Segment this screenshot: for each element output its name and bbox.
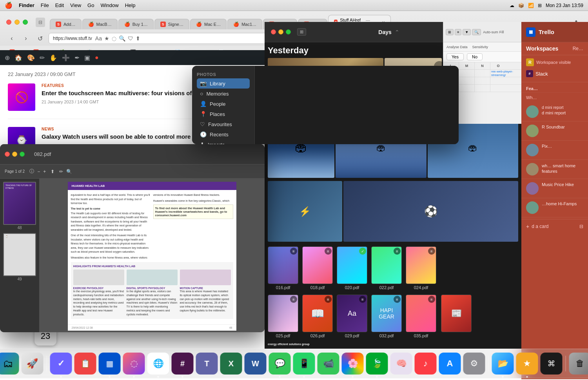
menubar-view[interactable]: View xyxy=(70,2,81,8)
menubar-help[interactable]: Help xyxy=(125,2,136,8)
dock-arc[interactable]: ◌ xyxy=(123,353,145,375)
analyze-btn-label[interactable]: Analyse Data xyxy=(446,45,468,49)
reload-button[interactable]: ↺ xyxy=(34,33,45,44)
pdf-thumb-49[interactable]: ⌚ 49 xyxy=(3,233,36,281)
workspace-name-row[interactable]: R Workspace visible xyxy=(526,58,583,66)
menubar-file[interactable]: File xyxy=(41,2,49,8)
dock-excel[interactable]: X xyxy=(220,353,242,375)
toolbar-btn-format[interactable]: ≡ xyxy=(455,29,461,35)
tab-5[interactable]: 🍎 Mac E… xyxy=(190,19,227,29)
ss-cell-m3[interactable] xyxy=(459,85,475,92)
pdf-item-025[interactable]: ≡ 025.pdf xyxy=(268,295,298,338)
dock-slack[interactable]: # xyxy=(172,353,194,375)
pdf-maximize-button[interactable] xyxy=(20,152,25,157)
photos-sidebar-people[interactable]: 👤 People xyxy=(197,99,250,109)
photos-sidebar-memories[interactable]: ○ Memories xyxy=(197,89,250,99)
pdf-item-018[interactable]: ≡ 018.pdf xyxy=(302,246,333,290)
bookmark-icon[interactable]: ★ xyxy=(104,35,109,42)
close-button[interactable] xyxy=(6,20,11,25)
dock-music[interactable]: ♪ xyxy=(415,353,437,375)
forward-button[interactable]: › xyxy=(20,33,31,44)
ss-cell-m2[interactable] xyxy=(459,77,475,84)
dock-appstore[interactable]: A xyxy=(439,353,461,375)
dock-photos[interactable]: 🌸 xyxy=(342,353,364,375)
pdf-item-029[interactable]: Aa ≡ 029.pdf xyxy=(337,295,367,338)
ss-cell-m1[interactable] xyxy=(459,70,475,77)
pdf-search-icon[interactable]: 🔍 xyxy=(66,169,72,174)
pdf-item-022[interactable]: ≡ 022.pdf xyxy=(371,246,402,290)
toolbar-btn-1[interactable]: ⊞ xyxy=(446,29,454,35)
wp-pencil-icon[interactable]: ✏ xyxy=(40,54,45,62)
trello-list-item-6[interactable]: …home Hi-Famps xyxy=(521,198,588,217)
tab-2[interactable]: 🍎 MacB… xyxy=(82,19,118,29)
photos-sidebar-library[interactable]: 📷 Library xyxy=(197,78,250,89)
wp-red-dot[interactable]: ● xyxy=(95,54,99,61)
dock-finder[interactable]: 🗂 xyxy=(0,353,19,375)
back-button[interactable]: ‹ xyxy=(6,33,17,44)
trello-list-item-5[interactable]: Music Price Hike xyxy=(521,179,588,198)
toolbar-btn-filter[interactable]: ▼ xyxy=(463,29,471,35)
maximize-button[interactable] xyxy=(23,20,28,25)
photos-grid-close[interactable] xyxy=(271,29,276,34)
arc-icon[interactable]: ◌ xyxy=(112,35,116,42)
ss-cell-n3[interactable] xyxy=(475,85,490,92)
wp-plus-icon[interactable]: ➕ xyxy=(62,54,70,62)
menubar-go[interactable]: Go xyxy=(87,2,94,8)
menubar-edit[interactable]: Edit xyxy=(55,2,64,8)
dock-launchpad[interactable]: 🚀 xyxy=(22,353,44,375)
dock-reeder[interactable]: ★ xyxy=(516,353,538,375)
wp-logo-icon[interactable]: ⊕ xyxy=(5,54,10,62)
pdf-markup-icon[interactable]: ✏ xyxy=(59,169,63,174)
dock-todo[interactable]: ✓ xyxy=(50,353,72,375)
minimize-button[interactable] xyxy=(15,20,20,25)
wp-brand-icon[interactable]: ▣ xyxy=(84,54,90,62)
tab-4[interactable]: S Signe… xyxy=(154,19,189,29)
photos-sidebar-recents[interactable]: 🕐 Recents xyxy=(197,129,250,139)
pdf-item-035[interactable]: ≡ 035.pdf xyxy=(406,295,436,338)
photos-sidebar-imports[interactable]: ⬇ Imports xyxy=(197,139,250,144)
dock-word[interactable]: W xyxy=(245,353,267,375)
dock-teams[interactable]: T xyxy=(196,353,218,375)
dock-mindmap[interactable]: 🧠 xyxy=(390,353,412,375)
control-center[interactable]: ⊞ xyxy=(538,3,542,8)
photos-sidebar-places[interactable]: 📍 Places xyxy=(197,109,250,119)
dock-evernote[interactable]: 🍃 xyxy=(366,353,388,375)
photo-8[interactable]: ⚡ energy efficient solutions group xyxy=(268,181,342,242)
toolbar-btn-search[interactable]: 🔍 xyxy=(472,29,481,35)
ss-cell-o2[interactable] xyxy=(490,77,521,84)
pdf-item-024[interactable]: ≡ 024.pdf xyxy=(406,246,436,290)
wp-home-icon[interactable]: 🏠 xyxy=(15,54,22,62)
shield-icon[interactable]: 🛡 xyxy=(128,35,133,42)
trello-list-item-1[interactable]: d mini report d mini report xyxy=(521,102,588,121)
pdf-item-026[interactable]: 📖 ≡ 026.pdf xyxy=(302,295,333,338)
menubar-window[interactable]: Window xyxy=(100,2,118,8)
reader-icon[interactable]: Aa xyxy=(95,35,102,42)
dock-trash[interactable]: 🗑 xyxy=(569,353,588,375)
add-card-row[interactable]: + d a card ⊟ xyxy=(521,219,588,233)
trello-list-item-2[interactable]: R Soundbar xyxy=(521,121,588,141)
sidebar-toggle[interactable]: ⊟ xyxy=(36,18,45,27)
pdf-zoom-in[interactable]: + xyxy=(43,169,46,174)
pdf-item-016[interactable]: ≡ 016.pdf xyxy=(268,246,298,290)
no-button[interactable]: No xyxy=(467,53,483,60)
pdf-thumb-48[interactable]: TRACKING THE FUTURE OF FITNESS 48 xyxy=(3,182,36,230)
photos-sidebar-favourites[interactable]: ♡ Favourites xyxy=(197,119,250,129)
search-icon-addr[interactable]: 🔍 xyxy=(119,35,125,42)
dock-settings[interactable]: ⚙ xyxy=(463,353,485,375)
wp-comment-icon[interactable]: ✋ xyxy=(49,54,57,62)
ss-cell-o3[interactable] xyxy=(490,85,521,92)
dock-terminal[interactable]: ⌘ xyxy=(541,353,563,375)
share-icon-addr[interactable]: ⬆ xyxy=(136,35,140,42)
wp-palette-icon[interactable]: 🎨 xyxy=(27,54,35,62)
trello-list-item-4[interactable]: wh… smart home features xyxy=(521,160,588,179)
tab-3[interactable]: 🍎 Buy 1… xyxy=(118,19,154,29)
photo-9-stadium[interactable]: ⚽ xyxy=(343,181,518,242)
tab-6[interactable]: 🍎 Mac1… xyxy=(227,19,262,29)
dock-chrome[interactable]: 🌐 xyxy=(147,353,169,375)
pdf-close-button[interactable] xyxy=(5,152,10,157)
menubar-finder[interactable]: Finder xyxy=(19,2,34,8)
photos-grid-view-toggle[interactable]: ⊞ xyxy=(297,28,306,36)
tab-1[interactable]: S Add… xyxy=(50,19,82,29)
ss-cell-n2[interactable] xyxy=(475,77,490,84)
dock-facetime[interactable]: 📹 xyxy=(318,353,339,375)
